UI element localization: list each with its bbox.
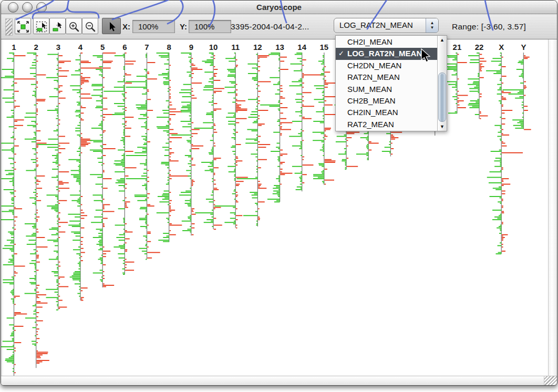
menu-item-rat2n_mean[interactable]: RAT2N_MEAN [336,71,437,83]
value-bar-red [81,84,82,85]
value-bar-green [211,111,213,112]
horizontal-scrollbar-track[interactable] [1,376,544,385]
menu-item-ch2in_mean[interactable]: CH2IN_MEAN [336,107,437,118]
menu-item-ch2b_mean[interactable]: CH2B_MEAN [336,95,437,107]
chromosome-6[interactable]: 6 [104,43,136,275]
value-bar-green [234,57,235,58]
chromosome-13[interactable]: 13 [260,43,292,202]
value-bar-green [182,96,191,97]
value-bar-red [280,153,287,154]
chromosome-12[interactable]: 12 [236,43,271,226]
chromosome-5[interactable]: 5 [90,43,116,287]
value-bar-green [276,192,280,193]
value-bar-green [210,140,213,141]
value-bar-green [10,163,14,164]
value-bar-red [502,246,503,247]
value-bar-red [214,188,217,189]
chromosome-Y[interactable]: Y [502,43,531,130]
value-bar-green [322,95,324,96]
menu-item-rat2_mean[interactable]: RAT2_MEAN [336,119,437,130]
chromosome-9[interactable]: 9 [171,43,203,235]
value-bar-red [36,103,38,104]
value-bar-green [256,225,257,226]
chromosome-4[interactable]: 4 [68,43,101,301]
value-bar-green [34,59,36,60]
value-bar-green [231,147,235,148]
value-bar-green [57,125,58,126]
value-bar-green [187,140,191,141]
vertical-scrollbar-track[interactable] [548,39,557,376]
value-bar-green [56,160,58,161]
value-bar-green [79,64,80,65]
scroll-down-icon[interactable]: ▼ [438,123,447,130]
value-bar-red [369,143,379,144]
value-bar-green [57,153,58,154]
value-bar-green [498,89,501,90]
value-bar-green [57,201,58,202]
value-bar-green [34,290,36,291]
value-bar-red [169,102,171,103]
value-bar-red [14,348,16,349]
value-bar-green [70,194,80,195]
value-bar-green [79,153,81,154]
value-bar-green [296,53,302,54]
value-bar-red [125,136,130,137]
value-bar-green [233,207,235,208]
value-bar-red [81,139,90,140]
menu-item-sum_mean[interactable]: SUM_MEAN [336,84,437,95]
chromosome-14[interactable]: 14 [289,43,323,191]
value-bar-red [280,96,282,97]
menu-scrollbar[interactable]: ▲ ▼ [437,36,447,131]
value-bar-green [522,59,524,60]
value-bar-green [13,184,14,185]
value-bar-red [125,61,136,62]
menu-item-ch2i_mean[interactable]: CH2I_MEAN [336,36,437,48]
menu-item-log_rat2n_mean[interactable]: ✓LOG_RAT2N_MEAN [336,48,437,59]
value-bar-green [56,129,58,130]
value-bar-red [103,253,106,254]
value-bar-red [36,193,38,194]
scroll-up-icon[interactable]: ▲ [438,36,447,44]
value-bar-red [502,129,503,130]
value-bar-red [480,69,481,70]
value-bar-green [323,109,324,110]
value-bar-green [492,58,501,59]
chromosome-1[interactable]: 1 [1,43,35,376]
value-bar-red [502,240,503,241]
chromosome-10[interactable]: 10 [194,43,224,230]
value-bar-green [33,126,36,127]
value-bar-green [79,136,81,137]
menu-item-ch2dn_mean[interactable]: CH2DN_MEAN [336,60,437,71]
chromosome-15[interactable]: 15 [313,43,337,185]
resize-grip[interactable] [544,376,557,385]
value-bar-green [72,275,80,276]
chromosome-11[interactable]: 11 [214,43,248,229]
value-bar-green [79,289,81,290]
value-bar-green [498,201,501,202]
value-bar-red [147,91,149,92]
value-bar-green [123,76,125,77]
value-bar-red [303,157,305,158]
value-bar-green [79,257,81,259]
chromosome-22[interactable]: 22 [468,43,488,119]
value-bar-green [278,177,280,178]
value-bar-green [212,160,214,161]
value-bar-red [502,237,505,238]
value-bar-green [51,177,58,178]
chromosome-8[interactable]: 8 [157,43,190,242]
value-bar-green [25,223,36,224]
value-bar-green [168,71,169,73]
value-bar-green [389,141,391,142]
menu-scrollbar-thumb[interactable] [438,73,446,122]
value-bar-green [212,95,213,96]
value-bar-green [146,187,147,188]
value-bar-green [181,53,191,54]
value-bar-green [29,198,36,199]
value-bar-green [234,139,235,140]
chromosome-X[interactable]: X [486,43,523,254]
value-bar-green [98,249,102,250]
karyotype-plot[interactable]: 12345678910111213141516171819202122XY [1,1,557,385]
value-bar-red [103,117,105,118]
value-bar-green [522,77,524,78]
chromosome-2[interactable]: 2 [25,43,49,368]
